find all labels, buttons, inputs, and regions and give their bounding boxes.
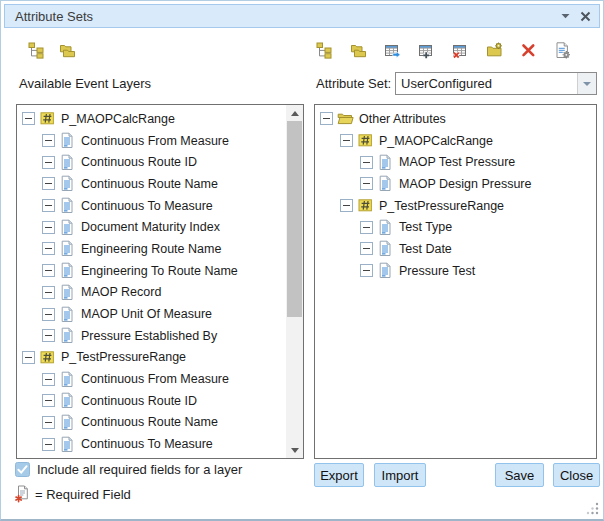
required-field-legend-label: = Required Field bbox=[35, 487, 131, 502]
tree-item[interactable]: Continuous To Measure bbox=[17, 195, 286, 217]
tree-item[interactable]: Continuous Route Name bbox=[17, 173, 286, 195]
collapse-minus-box[interactable] bbox=[42, 308, 55, 321]
close-button[interactable] bbox=[575, 7, 595, 25]
scroll-down-button[interactable] bbox=[286, 442, 303, 458]
tree-item[interactable]: P_TestPressureRange bbox=[315, 195, 596, 217]
collapse-minus-box[interactable] bbox=[42, 221, 55, 234]
collapse-minus-box[interactable] bbox=[360, 264, 373, 277]
vertical-scrollbar[interactable] bbox=[286, 105, 303, 458]
import-button[interactable]: Import bbox=[374, 463, 426, 487]
tree-item-label: Continuous From Measure bbox=[81, 372, 229, 386]
collapse-minus-box[interactable] bbox=[42, 394, 55, 407]
tree-item[interactable]: MAOP Record bbox=[17, 282, 286, 304]
collapse-minus-box[interactable] bbox=[42, 242, 55, 255]
tree-item[interactable]: MAOP Design Pressure bbox=[315, 173, 596, 195]
include-required-fields-row: Include all required fields for a layer bbox=[15, 462, 242, 477]
doc-icon bbox=[59, 392, 76, 409]
tree-item[interactable]: MAOP Test Pressure bbox=[315, 151, 596, 173]
tree-item-label: MAOP Record bbox=[81, 285, 161, 299]
collapse-minus-box[interactable] bbox=[42, 156, 55, 169]
tree-item[interactable]: Other Attributes bbox=[315, 108, 596, 130]
folder-gear-icon bbox=[486, 42, 503, 59]
tree-item[interactable]: Continuous Route Name bbox=[17, 412, 286, 434]
collapse-minus-box[interactable] bbox=[360, 177, 373, 190]
tree-item[interactable]: Continuous From Measure bbox=[17, 130, 286, 152]
event-icon bbox=[357, 197, 374, 214]
attribute-set-dropdown-value: UserConfigured bbox=[396, 73, 577, 94]
tree-item[interactable]: Document Maturity Index bbox=[17, 216, 286, 238]
close-dialog-button[interactable]: Close bbox=[553, 463, 600, 487]
table-plus-button[interactable] bbox=[417, 40, 438, 61]
collapse-minus-box[interactable] bbox=[22, 112, 35, 125]
attribute-set-dropdown[interactable]: UserConfigured bbox=[395, 72, 597, 95]
doc-icon bbox=[377, 219, 394, 236]
folder-gear-button[interactable] bbox=[485, 40, 506, 61]
required-field-icon bbox=[14, 485, 30, 503]
tree-set-button[interactable] bbox=[315, 40, 336, 61]
collapse-minus-box[interactable] bbox=[42, 373, 55, 386]
tree-item-label: P_TestPressureRange bbox=[379, 199, 504, 213]
collapse-minus-box[interactable] bbox=[42, 438, 55, 451]
collapse-minus-box[interactable] bbox=[42, 177, 55, 190]
doc-icon bbox=[59, 219, 76, 236]
collapse-minus-box[interactable] bbox=[360, 156, 373, 169]
tree-item[interactable]: Test Type bbox=[315, 216, 596, 238]
doc-gear-icon bbox=[554, 42, 571, 59]
required-field-legend: = Required Field bbox=[14, 485, 131, 503]
tree-item[interactable]: MAOP Unit Of Measure bbox=[17, 303, 286, 325]
collapse-minus-box[interactable] bbox=[42, 134, 55, 147]
scrollbar-thumb[interactable] bbox=[287, 121, 302, 317]
scroll-up-button[interactable] bbox=[286, 105, 303, 121]
tree-item[interactable]: P_MAOPCalcRange bbox=[315, 130, 596, 152]
doc-icon bbox=[59, 197, 76, 214]
table-x-icon bbox=[452, 42, 469, 59]
tree-item[interactable]: Engineering To Route Name bbox=[17, 260, 286, 282]
tree-item[interactable]: Continuous From Measure bbox=[17, 368, 286, 390]
doc-icon bbox=[377, 154, 394, 171]
collapse-minus-box[interactable] bbox=[360, 242, 373, 255]
collapse-minus-box[interactable] bbox=[42, 329, 55, 342]
doc-gear-button[interactable] bbox=[553, 40, 574, 61]
collapse-minus-box[interactable] bbox=[42, 199, 55, 212]
collapse-minus-box[interactable] bbox=[42, 286, 55, 299]
folders-button[interactable] bbox=[58, 40, 79, 61]
attribute-set-dropdown-button[interactable] bbox=[577, 73, 596, 94]
tree-item[interactable]: Engineering Route Name bbox=[17, 238, 286, 260]
tree-item[interactable]: Test Date bbox=[315, 238, 596, 260]
collapse-button[interactable] bbox=[555, 7, 575, 25]
collapse-minus-box[interactable] bbox=[340, 134, 353, 147]
save-button[interactable]: Save bbox=[495, 463, 544, 487]
tree-item[interactable]: Pressure Test bbox=[315, 260, 596, 282]
export-button[interactable]: Export bbox=[314, 463, 364, 487]
resize-grip[interactable] bbox=[586, 502, 599, 515]
tree-item-label: MAOP Unit Of Measure bbox=[81, 307, 212, 321]
tree-item[interactable]: P_MAOPCalcRange bbox=[17, 108, 286, 130]
table-x-button[interactable] bbox=[451, 40, 472, 61]
collapse-minus-box[interactable] bbox=[22, 351, 35, 364]
red-x-button[interactable] bbox=[519, 40, 540, 61]
titlebar: Attribute Sets bbox=[4, 4, 600, 28]
collapse-minus-box[interactable] bbox=[42, 416, 55, 429]
collapse-minus-box[interactable] bbox=[340, 199, 353, 212]
folders-button[interactable] bbox=[349, 40, 370, 61]
tree-item-label: Continuous From Measure bbox=[81, 134, 229, 148]
red-x-icon bbox=[520, 42, 537, 59]
collapse-minus-box[interactable] bbox=[320, 112, 333, 125]
event-icon bbox=[39, 349, 56, 366]
tree-item[interactable]: Pressure Established By bbox=[17, 325, 286, 347]
tree-item[interactable]: Continuous To Measure bbox=[17, 433, 286, 455]
toolbar-left bbox=[27, 40, 79, 61]
collapse-minus-box[interactable] bbox=[360, 221, 373, 234]
tree-item[interactable]: Continuous Route ID bbox=[17, 151, 286, 173]
tree-set-button[interactable] bbox=[27, 40, 48, 61]
include-required-checkbox[interactable] bbox=[15, 462, 30, 477]
event-icon bbox=[357, 132, 374, 149]
tree-item-label: Continuous To Measure bbox=[81, 437, 213, 451]
tree-item[interactable]: P_TestPressureRange bbox=[17, 347, 286, 369]
table-arrow-button[interactable] bbox=[383, 40, 404, 61]
collapse-minus-box[interactable] bbox=[42, 264, 55, 277]
tree-item-label: Test Type bbox=[399, 220, 452, 234]
tree-item[interactable]: Continuous Route ID bbox=[17, 390, 286, 412]
tree-item-label: P_MAOPCalcRange bbox=[379, 134, 493, 148]
chevron-down-icon bbox=[583, 82, 591, 86]
